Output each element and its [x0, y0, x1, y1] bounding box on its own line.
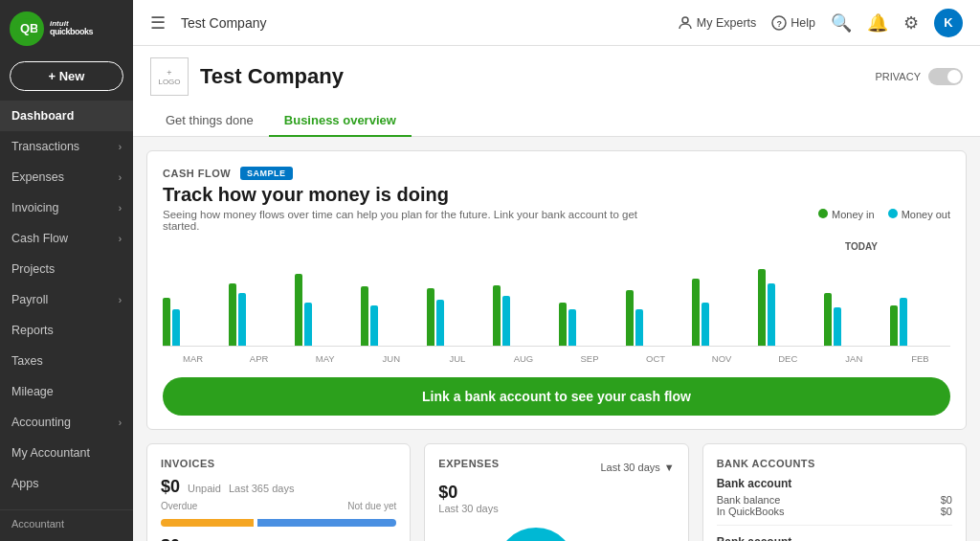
content-area: CASH FLOW SAMPLE Track how your money is… [133, 137, 980, 541]
bar-label-oct: OCT [626, 350, 686, 364]
bank-name: Bank account [717, 477, 952, 490]
sidebar-item-accounting[interactable]: Accounting› [0, 407, 133, 438]
bar-out [635, 309, 643, 346]
sidebar-item-my-accountant[interactable]: My Accountant [0, 438, 133, 468]
bank-accounts-list: Bank account Bank balance $0 In QuickBoo… [717, 477, 952, 541]
bar-group-oct [626, 290, 686, 346]
help-button[interactable]: ? Help [771, 15, 815, 31]
sidebar-item-projects[interactable]: Projects [0, 254, 133, 284]
bar-group-jul [427, 288, 487, 346]
money-out-dot [888, 209, 898, 218]
svg-point-5 [505, 536, 567, 541]
bar-label-may: MAY [295, 350, 355, 364]
unpaid-label: Unpaid [188, 483, 221, 494]
new-button[interactable]: + New [10, 61, 123, 91]
topbar-company-title: Test Company [181, 15, 662, 31]
sidebar-bottom: Accountant [0, 509, 133, 541]
not-due-bar [257, 519, 396, 527]
tabs: Get things done Business overview [150, 105, 963, 136]
bar-out [238, 293, 246, 346]
bar-group-jan [824, 293, 884, 346]
sidebar-item-transactions[interactable]: Transactions› [0, 131, 133, 162]
chevron-icon: › [119, 417, 122, 428]
bar-group-may [295, 274, 355, 346]
bell-icon[interactable]: 🔔 [867, 12, 888, 34]
bar-label-jun: JUN [361, 350, 421, 364]
expenses-card: EXPENSES Last 30 days ▼ $0 Last 30 days [424, 443, 688, 541]
sidebar-item-taxes[interactable]: Taxes [0, 346, 133, 376]
cf-header: CASH FLOW SAMPLE [163, 167, 950, 180]
link-bank-button[interactable]: Link a bank account to see your cash flo… [163, 377, 950, 416]
chevron-icon: › [119, 142, 122, 152]
accountant-label: Accountant [11, 518, 64, 530]
bar-label-mar: MAR [163, 350, 223, 364]
svg-text:?: ? [777, 19, 783, 29]
user-avatar[interactable]: K [934, 9, 963, 37]
unpaid-amount: $0 [161, 477, 180, 497]
sidebar-item-apps[interactable]: Apps [0, 468, 133, 499]
bar-label-aug: AUG [493, 350, 553, 364]
bar-label-nov: NOV [692, 350, 752, 364]
hamburger-icon[interactable]: ☰ [150, 12, 166, 34]
sidebar-item-payroll[interactable]: Payroll› [0, 284, 133, 315]
bar-out [436, 300, 444, 346]
privacy-label: PRIVACY [876, 71, 921, 82]
sidebar: QB intuit quickbooks + New DashboardTran… [0, 0, 133, 541]
topbar: ☰ Test Company My Experts ? Help 🔍 🔔 ⚙ K [133, 0, 980, 46]
bar-in [559, 303, 567, 346]
sidebar-item-dashboard[interactable]: Dashboard [0, 101, 133, 131]
not-due-label: Not due yet [347, 501, 396, 511]
settings-icon[interactable]: ⚙ [903, 12, 919, 34]
my-experts-button[interactable]: My Experts [678, 15, 757, 31]
quickbooks-logo-text: intuit quickbooks [50, 20, 93, 38]
privacy-toggle[interactable] [928, 68, 963, 85]
main-area: ☰ Test Company My Experts ? Help 🔍 🔔 ⚙ K [133, 0, 980, 541]
today-label: TODAY [845, 241, 878, 252]
help-label: Help [791, 16, 815, 30]
my-experts-label: My Experts [697, 16, 757, 30]
chevron-icon: › [119, 203, 122, 214]
search-icon[interactable]: 🔍 [831, 12, 852, 34]
bank-qb-value: $0 [941, 506, 952, 517]
bar-chart [163, 241, 950, 347]
bar-out [834, 307, 841, 346]
chevron-icon: › [119, 234, 122, 244]
company-header: + LOGO Test Company PRIVACY Get things d… [133, 46, 980, 137]
sidebar-nav: DashboardTransactions›Expenses›Invoicing… [0, 101, 133, 509]
expenses-chevron-icon[interactable]: ▼ [664, 462, 675, 473]
bar-label-apr: APR [229, 350, 289, 364]
bottom-cards: INVOICES $0 Unpaid Last 365 days Overdue… [146, 443, 967, 541]
cf-main-title: Track how your money is doing [163, 184, 950, 206]
tab-business-overview[interactable]: Business overview [269, 105, 412, 137]
money-out-label: Money out [902, 209, 950, 220]
bar-group-mar [163, 298, 223, 346]
bank-name: Bank account [717, 535, 952, 541]
sidebar-item-cash-flow[interactable]: Cash Flow› [0, 223, 133, 254]
company-row: + LOGO Test Company PRIVACY [150, 57, 963, 96]
sidebar-item-expenses[interactable]: Expenses› [0, 162, 133, 192]
svg-point-2 [682, 17, 688, 23]
bar-in [890, 305, 898, 346]
sidebar-item-reports[interactable]: Reports [0, 315, 133, 346]
sidebar-item-insurance[interactable]: Insurance [0, 499, 133, 509]
bank-qb-label: In QuickBooks [717, 506, 785, 517]
help-icon: ? [771, 15, 787, 31]
expenses-donut [493, 524, 579, 541]
unpaid-row: $0 Unpaid Last 365 days [161, 477, 396, 497]
tab-get-things-done[interactable]: Get things done [150, 105, 269, 137]
bar-out [172, 309, 180, 346]
bar-group-dec [758, 269, 818, 346]
bar-in [163, 298, 170, 346]
bar-in [824, 293, 832, 346]
logo-area: QB intuit quickbooks [0, 0, 133, 56]
bar-label-dec: DEC [758, 350, 818, 364]
company-logo-box[interactable]: + LOGO [150, 57, 189, 96]
chevron-icon: › [119, 295, 122, 305]
cash-flow-card: CASH FLOW SAMPLE Track how your money is… [146, 150, 967, 430]
bar-group-sep [559, 303, 619, 346]
bar-label-jan: JAN [824, 350, 884, 364]
bank-qb-row: In QuickBooks $0 [717, 506, 952, 517]
bar-out [768, 283, 775, 346]
sidebar-item-invoicing[interactable]: Invoicing› [0, 192, 133, 223]
sidebar-item-mileage[interactable]: Mileage [0, 376, 133, 407]
